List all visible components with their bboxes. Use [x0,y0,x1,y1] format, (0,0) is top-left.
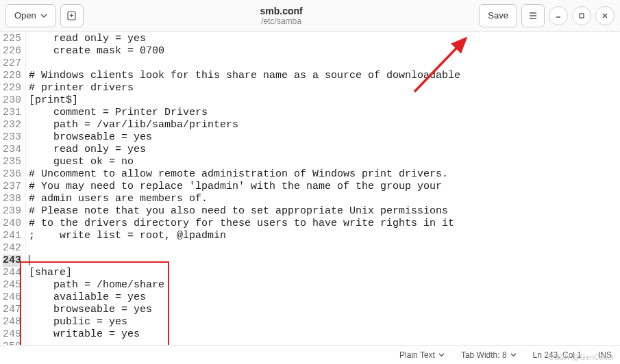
line-number: 239 [3,205,21,218]
line-number: 229 [3,82,21,94]
line-number: 242 [3,242,21,255]
minimize-icon [554,12,562,20]
line-number: 235 [3,156,21,168]
maximize-icon [578,12,586,20]
code-line: path = /home/share [29,279,617,291]
tab-width-selector[interactable]: Tab Width: 8 [461,350,517,360]
code-line: available = yes [29,291,617,304]
code-line [29,57,617,70]
document-title: smb.conf [84,5,480,16]
line-number: 233 [3,131,21,144]
code-line: # Please note that you also need to set … [29,205,617,218]
window-minimize-button[interactable] [549,6,568,25]
code-line: public = yes [29,316,617,328]
line-number: 230 [3,94,21,107]
save-button[interactable]: Save [479,4,517,27]
code-line: [print$] [29,94,617,107]
code-line: path = /var/lib/samba/printers [29,119,617,131]
new-tab-button[interactable] [60,4,84,27]
line-number: 236 [3,168,21,181]
text-content[interactable]: read only = yes create mask = 0700# Wind… [26,31,620,345]
syntax-mode-label: Plain Text [399,350,435,360]
code-line: # printer drivers [29,82,617,94]
code-line: # Uncomment to allow remote administrati… [29,168,617,181]
window-close-button[interactable] [595,6,615,25]
hamburger-menu-button[interactable] [521,4,545,27]
code-line: writable = yes [29,328,617,341]
header-right: Save [479,4,615,27]
code-line: comment = Printer Drivers [29,107,617,119]
code-line: read only = yes [29,33,617,45]
svg-rect-1 [580,14,584,18]
line-number: 238 [3,193,21,205]
code-line: browseable = yes [29,131,617,144]
code-line [29,242,617,255]
insert-mode[interactable]: INS [598,350,612,360]
line-number: 244 [3,267,21,279]
header-center: smb.conf /etc/samba [84,5,480,26]
line-number: 245 [3,279,21,291]
header-left: Open [5,4,84,27]
line-number: 234 [3,144,21,156]
save-button-label: Save [488,10,508,21]
cursor-position[interactable]: Ln 243, Col 1 [533,350,582,360]
line-number: 232 [3,119,21,131]
close-icon [601,12,609,20]
line-number: 227 [3,57,21,70]
editor-area[interactable]: 2252262272282292302312322332342352362372… [0,31,620,345]
code-line: create mask = 0700 [29,45,617,57]
document-path: /etc/samba [84,16,480,26]
code-line: # Windows clients look for this share na… [29,70,617,82]
window-maximize-button[interactable] [572,6,591,25]
code-line [29,255,617,267]
line-number: 237 [3,181,21,193]
line-number: 243 [3,255,21,267]
line-number: 226 [3,45,21,57]
code-line: # admin users are members of. [29,193,617,205]
code-line: guest ok = no [29,156,617,168]
code-line: read only = yes [29,144,617,156]
line-number: 228 [3,70,21,82]
open-button-label: Open [14,10,36,21]
line-number: 247 [3,304,21,316]
status-bar: Plain Text Tab Width: 8 Ln 243, Col 1 IN… [0,345,620,364]
tab-width-label: Tab Width: 8 [461,350,507,360]
code-line: # You may need to replace 'lpadmin' with… [29,181,617,193]
header-bar: Open smb.conf /etc/samba Save [0,0,620,31]
code-line: # to the drivers directory for these use… [29,218,617,230]
code-line: browseable = yes [29,304,617,316]
line-number: 231 [3,107,21,119]
code-line: ; write list = root, @lpadmin [29,230,617,242]
syntax-mode-selector[interactable]: Plain Text [399,350,445,360]
line-number: 246 [3,291,21,304]
line-number: 248 [3,316,21,328]
line-number: 249 [3,328,21,341]
code-line: [share] [29,267,617,279]
chevron-down-icon [40,12,47,19]
chevron-down-icon [510,352,517,358]
hamburger-icon [528,10,538,21]
line-number: 240 [3,218,21,230]
new-tab-icon [66,10,77,21]
line-number: 225 [3,33,21,45]
line-number-gutter: 2252262272282292302312322332342352362372… [0,31,26,345]
line-number: 241 [3,230,21,242]
open-button[interactable]: Open [5,4,56,27]
chevron-down-icon [438,352,445,358]
